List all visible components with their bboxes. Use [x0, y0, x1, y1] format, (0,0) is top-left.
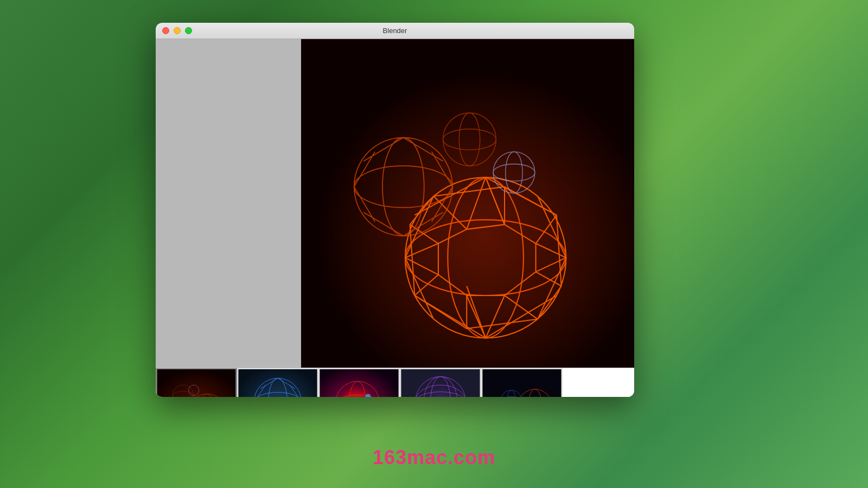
thumbnail-strip: 1: [156, 368, 634, 397]
main-window: Blender: [156, 23, 634, 397]
close-button[interactable]: [162, 27, 169, 34]
canvas-svg: [301, 39, 634, 368]
left-panel: [156, 39, 301, 368]
svg-rect-70: [238, 369, 317, 397]
thumbnail-5[interactable]: 5: [481, 368, 563, 397]
thumbnail-1[interactable]: 1: [156, 368, 237, 397]
main-content: 1: [156, 39, 634, 397]
svg-rect-63: [157, 369, 235, 397]
traffic-lights: [162, 27, 192, 34]
thumb-canvas-3: [320, 369, 399, 397]
thumb-canvas-2: [238, 369, 317, 397]
watermark: 163mac.com: [373, 446, 495, 469]
thumb-canvas-5: [482, 369, 561, 397]
thumbnail-3[interactable]: 3: [318, 368, 400, 397]
svg-rect-0: [301, 40, 634, 367]
window-title: Blender: [383, 27, 407, 35]
svg-rect-95: [482, 369, 561, 397]
preview-area: [156, 39, 634, 368]
thumbnail-2[interactable]: 2: [237, 368, 318, 397]
center-canvas[interactable]: [301, 39, 634, 368]
thumbnail-spacer: [563, 368, 634, 397]
title-bar: Blender: [156, 23, 634, 39]
thumb-canvas-4: [401, 369, 480, 397]
thumbnail-4[interactable]: 4: [400, 368, 481, 397]
maximize-button[interactable]: [185, 27, 192, 34]
thumb-canvas-1: [157, 369, 236, 397]
minimize-button[interactable]: [174, 27, 181, 34]
